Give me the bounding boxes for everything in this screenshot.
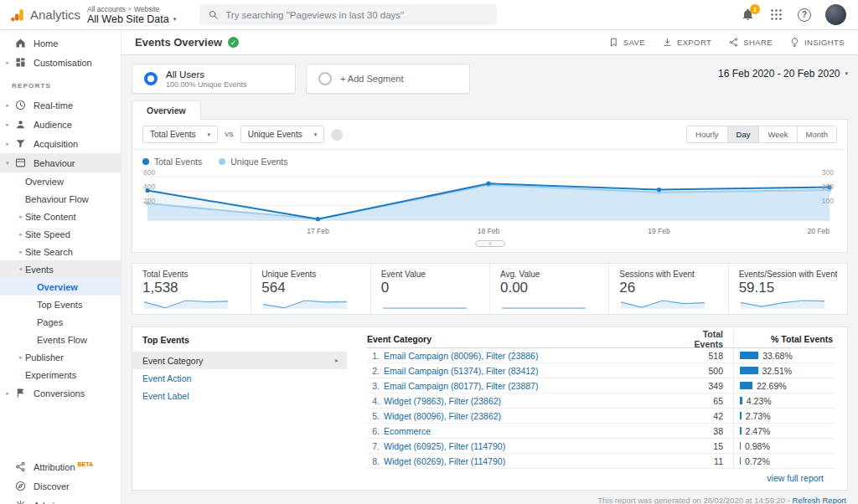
granularity-hourly-button[interactable]: Hourly	[687, 126, 726, 142]
apps-grid-icon[interactable]	[769, 8, 783, 22]
app-window: Analytics All accounts > Website All Web…	[0, 0, 858, 504]
row-pct-cell: 32.51%	[733, 363, 835, 378]
event-category-link[interactable]: Email Campaign (51374), Filter (83412)	[384, 366, 538, 376]
column-header-event-category: Event Category	[367, 334, 675, 344]
svg-text:20 Feb: 20 Feb	[808, 227, 830, 235]
sidebar-item-site-content[interactable]: ▸Site Content	[0, 208, 121, 225]
top-events-item-event-label[interactable]: Event Label	[132, 387, 347, 404]
account-name: All Web Site Data	[87, 13, 169, 25]
scorecard-sessions-with-event[interactable]: Sessions with Event26	[609, 264, 728, 314]
row-rank: 8.	[367, 456, 380, 466]
svg-text:300: 300	[822, 170, 834, 177]
action-export-button[interactable]: EXPORT	[662, 37, 711, 48]
legend-total-events[interactable]: Total Events	[142, 157, 202, 167]
select-caret-icon: ▾	[207, 131, 210, 138]
sidebar-item-real-time[interactable]: ▸Real-time	[0, 95, 121, 115]
chart-panel: Total Events ▾ VS Unique Events ▾ Hourly…	[132, 119, 848, 253]
user-avatar[interactable]	[825, 4, 846, 25]
table-row: 2.Email Campaign (51374), Filter (83412)…	[367, 363, 835, 378]
add-segment-button[interactable]: + Add Segment	[306, 64, 470, 94]
search-input[interactable]	[225, 10, 488, 20]
granularity-day-button[interactable]: Day	[727, 126, 759, 142]
sidebar-item-label: Admin	[34, 501, 59, 504]
action-share-button[interactable]: SHARE	[728, 37, 773, 48]
action-insights-button[interactable]: INSIGHTS	[789, 37, 845, 48]
scorecard-value: 564	[261, 280, 359, 296]
account-switcher[interactable]: All accounts > Website All Web Site Data…	[87, 5, 176, 25]
scorecard-value: 26	[619, 280, 717, 296]
sidebar-item-experiments[interactable]: Experiments	[0, 366, 121, 383]
sidebar-item-conversions[interactable]: ▸Conversions	[0, 383, 121, 403]
sidebar-item-acquisition[interactable]: ▸Acquisition	[0, 134, 121, 153]
sidebar-item-site-search[interactable]: ▸Site Search	[0, 243, 121, 260]
view-full-report-link[interactable]: view full report	[767, 473, 824, 483]
event-category-link[interactable]: Widget (60925), Filter (114790)	[384, 441, 505, 451]
expand-arrow-icon: ▸	[17, 249, 25, 255]
event-category-link[interactable]: Ecommerce	[384, 426, 431, 436]
analytics-logo[interactable]: Analytics	[10, 8, 85, 23]
scorecard-label: Unique Events	[261, 270, 359, 279]
expand-arrow-icon: ▸	[17, 231, 25, 238]
event-category-link[interactable]: Widget (79863), Filter (23862)	[384, 396, 501, 406]
page-title: Events Overview	[135, 36, 222, 49]
segment-title: All Users	[166, 69, 247, 80]
sidebar-item-events-flow[interactable]: Events Flow	[0, 331, 121, 348]
pct-value: 32.51%	[762, 366, 793, 376]
events-line-chart[interactable]: 20040060010020030017 Feb18 Feb19 Feb20 F…	[142, 170, 835, 237]
legend-label: Total Events	[154, 157, 202, 167]
remove-metric-icon[interactable]	[331, 129, 343, 141]
scorecard-events-session-with-event[interactable]: Events/Session with Event59.15	[729, 264, 847, 314]
sidebar-item-admin[interactable]: Admin	[0, 496, 121, 504]
sidebar-item-label: Top Events	[37, 300, 82, 310]
pct-bar	[740, 442, 741, 450]
top-events-item-event-category[interactable]: Event Category▸	[132, 352, 347, 369]
sidebar-item-behaviour-flow[interactable]: Behaviour Flow	[0, 190, 121, 208]
date-range-picker[interactable]: 16 Feb 2020 - 20 Feb 2020 ▾	[718, 64, 848, 80]
sidebar-item-discover[interactable]: Discover	[0, 476, 121, 496]
scorecard-label: Total Events	[142, 270, 240, 279]
notifications-bell-icon[interactable]: 1	[741, 8, 755, 22]
scorecard-event-value[interactable]: Event Value0	[371, 264, 490, 314]
sidebar-item-attribution[interactable]: AttributionBETA	[0, 457, 121, 476]
sidebar-item-overview[interactable]: Overview	[0, 172, 121, 190]
sidebar-item-site-speed[interactable]: ▸Site Speed	[0, 225, 121, 243]
sidebar-item-top-events[interactable]: Top Events	[0, 296, 121, 313]
refresh-report-link[interactable]: Refresh Report	[793, 496, 846, 504]
granularity-month-button[interactable]: Month	[797, 126, 836, 142]
scorecard-unique-events[interactable]: Unique Events564	[251, 264, 370, 314]
scorecard-total-events[interactable]: Total Events1,538	[132, 264, 251, 314]
sidebar-item-label: Discover	[34, 481, 70, 491]
timeline-scrubber[interactable]	[475, 240, 505, 247]
notification-badge: 1	[750, 4, 760, 14]
sidebar-item-overview[interactable]: Overview	[0, 278, 121, 296]
sidebar-item-audience[interactable]: ▸Audience	[0, 115, 121, 134]
scorecard-avg-value[interactable]: Avg. Value0.00	[490, 264, 609, 314]
row-pct-cell: 22.69%	[733, 378, 835, 393]
event-category-link[interactable]: Widget (60269), Filter (114790)	[384, 456, 505, 466]
verified-badge-icon: ✓	[228, 37, 239, 48]
sidebar-item-pages[interactable]: Pages	[0, 313, 121, 331]
secondary-metric-select[interactable]: Unique Events ▾	[240, 126, 325, 143]
legend-label: Unique Events	[230, 157, 287, 167]
global-search[interactable]	[199, 4, 497, 25]
sidebar-item-home[interactable]: Home	[0, 33, 121, 53]
sidebar-item-label: Acquisition	[34, 139, 78, 149]
tab-overview[interactable]: Overview	[132, 100, 201, 120]
sidebar-item-behaviour[interactable]: ▾Behaviour	[0, 153, 121, 172]
help-icon[interactable]: ?	[798, 8, 811, 22]
granularity-week-button[interactable]: Week	[758, 126, 796, 142]
event-category-link[interactable]: Email Campaign (80177), Filter (23887)	[384, 381, 538, 391]
top-events-item-event-action[interactable]: Event Action	[132, 369, 347, 387]
action-save-button[interactable]: SAVE	[608, 37, 645, 48]
timeseries-chart-wrap: 20040060010020030017 Feb18 Feb19 Feb20 F…	[132, 168, 847, 240]
sidebar-item-publisher[interactable]: ▸Publisher	[0, 348, 121, 366]
select-caret-icon: ▾	[314, 131, 318, 138]
sidebar-item-events[interactable]: ▾Events	[0, 260, 121, 278]
event-category-link[interactable]: Widget (80096), Filter (23862)	[384, 411, 501, 421]
legend-unique-events[interactable]: Unique Events	[219, 157, 287, 167]
primary-metric-select[interactable]: Total Events ▾	[142, 126, 218, 143]
sidebar-item-label: Behaviour	[34, 158, 75, 168]
event-category-link[interactable]: Email Campaign (80096), Filter (23886)	[384, 351, 538, 361]
segment-all-users[interactable]: All Users 100.00% Unique Events	[132, 64, 296, 94]
sidebar-item-customisation[interactable]: ▸Customisation	[0, 53, 121, 72]
